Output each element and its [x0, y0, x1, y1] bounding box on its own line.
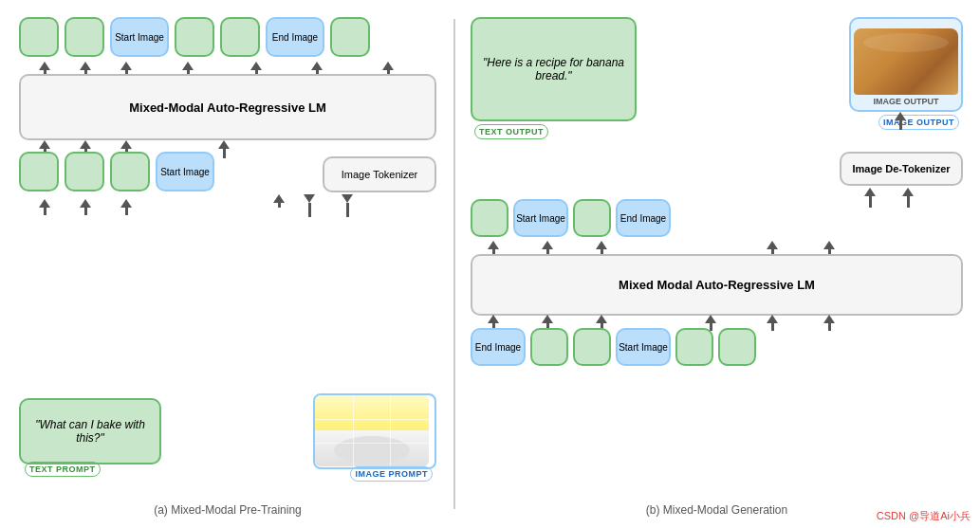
token-end-image-top: End Image [266, 17, 324, 57]
right-mid-token-2 [573, 199, 611, 237]
arrow-text-up-1 [39, 199, 50, 215]
image-output-label: IMAGE OUTPUT [878, 115, 959, 130]
token-green-2 [65, 17, 104, 57]
left-image-prompt [313, 393, 436, 469]
right-image-output: IMAGE OUTPUT [849, 17, 963, 112]
arrow-text-up-3 [120, 199, 132, 215]
image-detokenizer-label: Image De-Tokenizer [852, 163, 950, 174]
right-text-output: "Here is a recipe for banana bread." [471, 17, 637, 121]
right-bot-token-3 [675, 328, 713, 366]
left-panel: Start Image End Image [9, 9, 446, 521]
arrow-tokenizer-down [304, 194, 315, 217]
left-top-output-row: Start Image End Image [19, 17, 370, 57]
mid-token-green-2 [65, 152, 104, 191]
left-mid-row: Start Image [19, 152, 214, 191]
right-bot-token-4 [718, 328, 756, 366]
grid-overlay [315, 395, 429, 466]
image-prompt-label-container: IMAGE PROMPT [350, 464, 433, 481]
left-caption: (a) Mixed-Modal Pre-Training [9, 503, 446, 517]
token-green-4 [220, 17, 260, 57]
arrow-mid-up-4 [218, 140, 230, 158]
right-image-detokenizer: Image De-Tokenizer [840, 152, 963, 186]
right-mid-start-image: Start Image [513, 199, 568, 237]
left-lm-label: Mixed-Modal Auto-Regressive LM [129, 100, 326, 115]
arrow-mid-detok-1 [902, 188, 914, 208]
right-bot-end-image: End Image [471, 328, 526, 366]
right-bot-row: End Image Start Image [471, 328, 756, 366]
text-output-label-container: TEXT OUTPUT [474, 121, 548, 138]
arrow-tokenizer-down-2 [342, 194, 353, 217]
text-output-content: "Here is a recipe for banana bread." [478, 56, 629, 82]
text-prompt-text: "What can I bake with this?" [21, 414, 159, 448]
right-bot-token-1 [530, 328, 568, 366]
left-text-prompt: "What can I bake with this?" [19, 398, 161, 464]
right-bot-token-2 [573, 328, 611, 366]
panel-divider [453, 19, 455, 509]
arrow-detok-up [895, 112, 906, 130]
token-green-3 [175, 17, 214, 57]
main-container: Start Image End Image [0, 0, 980, 528]
right-mid-end-image: End Image [616, 199, 671, 237]
right-bot-start-image: Start Image [616, 328, 671, 366]
mid-token-green-1 [19, 152, 59, 191]
left-lm-box: Mixed-Modal Auto-Regressive LM [19, 74, 436, 140]
mid-token-start-image: Start Image [156, 152, 214, 191]
image-output-label-container: IMAGE OUTPUT [878, 112, 959, 129]
arrow-text-up-2 [80, 199, 91, 215]
arrow-tokenizer-1 [273, 194, 285, 208]
token-green-1 [19, 17, 59, 57]
text-prompt-label: TEXT PROMPT [25, 462, 101, 477]
mid-token-green-3 [110, 152, 150, 191]
left-image-tokenizer-label: Image Tokenizer [342, 169, 418, 180]
text-output-label: TEXT OUTPUT [474, 124, 548, 139]
banana-image [315, 395, 429, 466]
bread-image [854, 28, 958, 95]
image-output-inner-label: IMAGE OUTPUT [874, 97, 939, 106]
right-lm-label: Mixed Modal Auto-Regressive LM [619, 278, 815, 292]
arrow-mid-detok-2 [864, 188, 876, 208]
token-start-image-top: Start Image [110, 17, 169, 57]
watermark: CSDN @导道Ai小兵 [877, 509, 971, 523]
right-panel: "Here is a recipe for banana bread." TEX… [463, 9, 971, 521]
right-lm-box: Mixed Modal Auto-Regressive LM [471, 254, 963, 316]
left-image-tokenizer: Image Tokenizer [323, 156, 436, 192]
image-prompt-label: IMAGE PROMPT [350, 466, 433, 482]
right-mid-row: Start Image End Image [471, 199, 671, 237]
text-prompt-label-container: TEXT PROMPT [25, 459, 101, 476]
arrow-bot-lm-6 [823, 315, 835, 331]
token-green-5 [330, 17, 370, 57]
right-mid-token-1 [471, 199, 508, 237]
arrow-bot-lm-5 [767, 315, 778, 331]
